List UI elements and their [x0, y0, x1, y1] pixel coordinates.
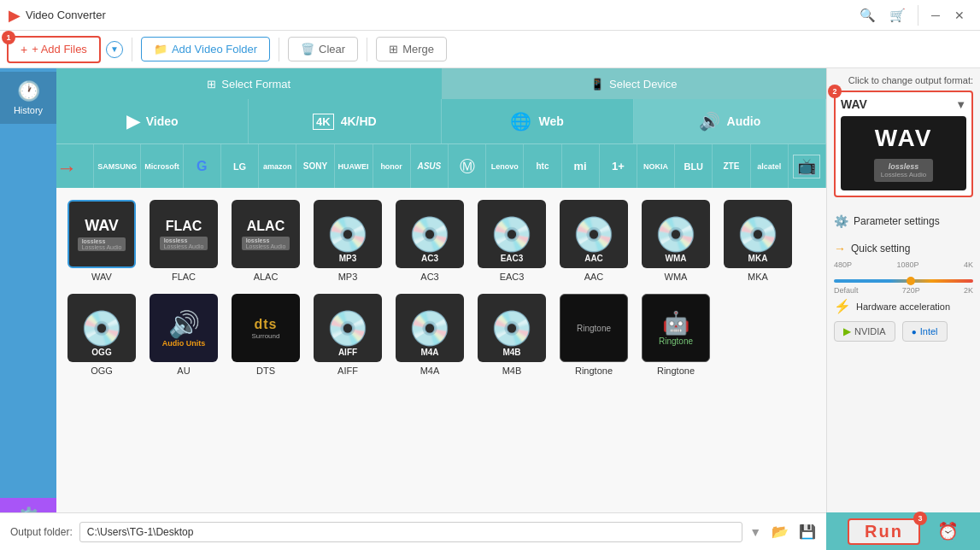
format-m4b[interactable]: 💿 M4B M4B	[473, 290, 550, 379]
format-ogg[interactable]: 💿 OGG OGG	[63, 290, 140, 379]
format-aac[interactable]: 💿 AAC AAC	[555, 196, 632, 285]
format-m4a[interactable]: 💿 M4A M4A	[391, 290, 468, 379]
minimize-button[interactable]: ─	[924, 3, 948, 27]
quick-setting-title: → Quick setting	[834, 242, 973, 255]
device-honor[interactable]: honor	[373, 144, 411, 188]
parameter-settings-title[interactable]: ⚙️ Parameter settings	[834, 214, 973, 228]
history-icon: 🕐	[17, 80, 40, 102]
merge-button[interactable]: ⊞ Merge	[376, 37, 447, 61]
dropdown-button[interactable]: ▼	[106, 41, 123, 58]
badge-2: 2	[828, 85, 842, 98]
device-htc[interactable]: htc	[524, 144, 561, 188]
device-lg[interactable]: LG	[221, 144, 259, 188]
format-type-hd[interactable]: 4K 4K/HD	[249, 99, 441, 143]
device-lenovo[interactable]: Lenovo	[486, 144, 524, 188]
intel-button[interactable]: ● Intel	[902, 321, 948, 342]
run-button[interactable]: Run	[848, 518, 920, 545]
nvidia-icon: ▶	[843, 325, 851, 337]
device-huawei[interactable]: HUAWEI	[335, 144, 373, 188]
device-asus[interactable]: ASUS	[411, 144, 449, 188]
device-nokia[interactable]: NOKIA	[637, 144, 675, 188]
device-zte[interactable]: ZTE	[713, 144, 750, 188]
parameter-settings-section: ⚙️ Parameter settings	[834, 214, 973, 233]
sidebar: 🕐 History ⚙️ Custom	[0, 68, 56, 550]
browse-folder-icon[interactable]: 📂	[772, 524, 789, 540]
add-icon: +	[21, 43, 27, 56]
disc-icon: 💿	[326, 214, 369, 255]
device-xiaomi[interactable]: mi	[562, 144, 600, 188]
format-type-video[interactable]: ▶ Video	[56, 99, 249, 143]
disc-icon: 💿	[490, 214, 533, 255]
save-icon[interactable]: 💾	[799, 524, 816, 540]
web-icon: 🌐	[510, 111, 531, 132]
close-button[interactable]: ✕	[948, 3, 971, 27]
dropdown-arrow-icon[interactable]: ▼	[749, 525, 761, 539]
device-alcatel[interactable]: alcatel	[751, 144, 789, 188]
audio-grid: WAV lossless Lossless Audio WAV FLAC los…	[56, 188, 826, 550]
tab-select-format[interactable]: ⊞ Select Format	[56, 68, 442, 99]
app-logo-icon: ▶	[9, 6, 21, 25]
quality-slider[interactable]: 480P 1080P 4K Default 720P 2K	[834, 260, 973, 286]
format-aiff[interactable]: 💿 AIFF AIFF	[309, 290, 386, 379]
sidebar-item-history[interactable]: 🕐 History	[0, 72, 56, 124]
format-area: ⊞ Select Format 📱 Select Device ▶ Video …	[56, 68, 826, 550]
format-wma[interactable]: 💿 WMA WMA	[637, 196, 714, 285]
disc-icon: 💿	[80, 308, 123, 348]
badge-1: 1	[2, 31, 15, 44]
quality-thumb[interactable]	[907, 277, 915, 285]
tab-select-device[interactable]: 📱 Select Device	[442, 68, 827, 99]
hardware-acceleration[interactable]: ⚡ Hardware acceleration	[834, 298, 973, 314]
device-tv[interactable]: 📺	[789, 144, 826, 188]
disc-icon: 💿	[326, 308, 369, 348]
device-row: SAMSUNG Microsoft G LG amazon SONY HUAWE…	[56, 143, 826, 188]
click-to-change-label: Click to change output format:	[834, 75, 973, 85]
format-eac3[interactable]: 💿 EAC3 EAC3	[473, 196, 550, 285]
format-ringtone-apple[interactable]: Ringtone Ringtone	[555, 290, 632, 379]
search-icon[interactable]: 🔍	[860, 8, 876, 23]
device-blu[interactable]: BLU	[675, 144, 713, 188]
bottom-bar: Output folder: ▼ 📂 💾	[0, 512, 826, 550]
format-ac3[interactable]: 💿 AC3 AC3	[391, 196, 468, 285]
clear-icon: 🗑️	[301, 43, 314, 56]
format-selector: WAV ▼ WAV lossless Lossless Audio	[834, 91, 973, 197]
disc-icon: 💿	[490, 308, 533, 348]
disc-icon: 💿	[572, 214, 615, 255]
output-path-input[interactable]	[79, 522, 742, 542]
wav-format-name: WAV	[85, 217, 119, 235]
format-mka[interactable]: 💿 MKA MKA	[719, 196, 796, 285]
format-flac[interactable]: FLAC lossless Lossless Audio FLAC	[145, 196, 222, 285]
disc-icon: 💿	[408, 308, 451, 348]
disc-icon: 💿	[654, 214, 697, 255]
format-au[interactable]: 🔊 Audio Units AU	[145, 290, 222, 379]
video-icon: ▶	[126, 111, 139, 132]
format-selector-header: WAV ▼	[841, 97, 966, 111]
add-video-folder-button[interactable]: 📁 Add Video Folder	[141, 37, 270, 61]
format-mp3[interactable]: 💿 MP3 MP3	[309, 196, 386, 285]
device-oneplus[interactable]: 1+	[600, 144, 637, 188]
device-amazon[interactable]: amazon	[259, 144, 296, 188]
merge-icon: ⊞	[389, 43, 398, 56]
format-ringtone-android[interactable]: 🤖 Ringtone Ringtone	[637, 290, 714, 379]
run-panel: 3 Run ⏰	[826, 512, 980, 550]
device-motorola[interactable]: Ⓜ	[449, 144, 486, 188]
format-type-web[interactable]: 🌐 Web	[442, 99, 634, 143]
alarm-icon[interactable]: ⏰	[937, 521, 959, 541]
right-panel: Click to change output format: 2 WAV ▼ W…	[826, 68, 980, 550]
quick-setting-section: → Quick setting 480P 1080P 4K Default 72…	[834, 242, 973, 290]
device-samsung[interactable]: SAMSUNG	[94, 144, 141, 188]
add-files-button[interactable]: + + Add Files	[7, 36, 101, 63]
device-sony[interactable]: SONY	[296, 144, 334, 188]
clear-button[interactable]: 🗑️ Clear	[288, 37, 358, 61]
format-alac[interactable]: ALAC lossless Lossless Audio ALAC	[227, 196, 304, 285]
nvidia-button[interactable]: ▶ NVIDIA	[834, 321, 895, 342]
format-dropdown-icon[interactable]: ▼	[955, 98, 966, 111]
hw-accel-icon: ⚡	[834, 298, 851, 314]
format-wav[interactable]: WAV lossless Lossless Audio WAV	[63, 196, 140, 285]
device-microsoft[interactable]: Microsoft	[141, 144, 184, 188]
format-type-audio[interactable]: 🔊 Audio	[634, 99, 826, 143]
device-google[interactable]: G	[184, 144, 221, 188]
cart-icon[interactable]: 🛒	[889, 8, 906, 23]
quality-labels: Default 720P 2K	[834, 286, 973, 295]
format-dts[interactable]: dts Surround DTS	[227, 290, 304, 379]
badge-3: 3	[913, 512, 927, 525]
